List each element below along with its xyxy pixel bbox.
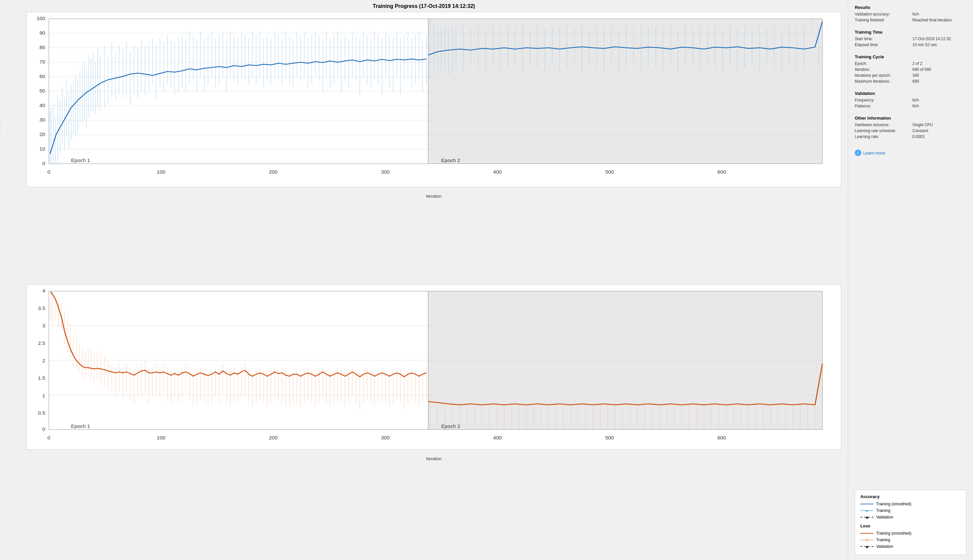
max-iterations-label: Maximum iterations: [855, 79, 912, 84]
iterations-per-epoch-row: Iterations per epoch: 345 [855, 73, 966, 78]
training-finished-label: Training finished: [855, 18, 912, 22]
svg-text:0: 0 [47, 435, 50, 440]
frequency-value: N/A [912, 98, 919, 102]
legend-accuracy-smoothed: Training (smoothed) [860, 502, 961, 506]
accuracy-training-label: Training [876, 508, 890, 513]
loss-training-label: Training [876, 538, 890, 542]
loss-validation-label: Validation [876, 544, 893, 549]
accuracy-chart-svg: 100 90 80 70 60 50 40 30 20 10 0 0 100 2… [27, 12, 841, 187]
iteration-value: 690 of 690 [912, 67, 931, 72]
frequency-label: Frequency: [855, 98, 912, 102]
accuracy-x-label: Iteration [27, 194, 841, 201]
epoch-label: Epoch: [855, 61, 912, 66]
svg-text:20: 20 [40, 132, 45, 137]
main-area: Training Progress (17-Oct-2019 14:12:32)… [0, 0, 848, 560]
svg-text:0: 0 [42, 161, 45, 166]
info-icon: i [855, 150, 861, 156]
elapsed-time-label: Elapsed time: [855, 42, 912, 47]
loss-training-line-icon [860, 540, 873, 540]
training-finished-row: Training finished: Reached final iterati… [855, 18, 966, 22]
validation-accuracy-row: Validation accuracy: N/A [855, 12, 966, 17]
loss-chart-container: 4 3.5 3 2.5 2 1.5 1 0.5 0 0 100 200 300 … [27, 284, 841, 450]
loss-x-label: Iteration [27, 456, 841, 463]
iteration-row: Iteration: 690 of 690 [855, 67, 966, 72]
learn-more-link[interactable]: Learn more [863, 150, 885, 155]
svg-text:0: 0 [47, 170, 50, 175]
accuracy-training-line-icon [860, 510, 873, 511]
svg-text:3: 3 [42, 323, 45, 328]
svg-text:90: 90 [40, 31, 45, 35]
other-info-section: Other Information Hardware resource: Sin… [855, 116, 966, 140]
svg-text:30: 30 [40, 118, 45, 123]
accuracy-chart-container: 100 90 80 70 60 50 40 30 20 10 0 0 100 2… [27, 12, 841, 187]
epoch-value: 2 of 2 [912, 61, 922, 66]
results-section: Results Validation accuracy: N/A Trainin… [855, 5, 966, 24]
svg-text:600: 600 [717, 170, 726, 175]
svg-text:300: 300 [381, 435, 390, 440]
start-time-label: Start time: [855, 37, 912, 41]
svg-text:Epoch 1: Epoch 1 [71, 424, 90, 429]
accuracy-smoothed-line-icon [860, 504, 873, 504]
svg-text:10: 10 [40, 147, 45, 152]
accuracy-validation-label: Validation [876, 515, 893, 520]
svg-text:200: 200 [269, 170, 277, 175]
validation-accuracy-label: Validation accuracy: [855, 12, 912, 17]
validation-section: Validation Frequency: N/A Patience: N/A [855, 91, 966, 110]
sidebar: Results Validation accuracy: N/A Trainin… [848, 0, 973, 560]
results-title: Results [855, 5, 966, 10]
patience-row: Patience: N/A [855, 104, 966, 108]
svg-text:100: 100 [37, 16, 45, 21]
svg-text:400: 400 [493, 435, 501, 440]
svg-text:50: 50 [40, 88, 45, 93]
loss-validation-line-icon [860, 546, 873, 547]
validation-title: Validation [855, 91, 966, 96]
lr-value: 0.0003 [912, 134, 925, 139]
elapsed-time-value: 10 min 52 sec [912, 42, 937, 47]
svg-text:1: 1 [42, 393, 45, 398]
iterations-per-epoch-label: Iterations per epoch: [855, 73, 912, 78]
lr-schedule-row: Learning rate schedule: Constant [855, 128, 966, 133]
svg-text:80: 80 [40, 45, 45, 50]
loss-smoothed-label: Training (smoothed) [876, 531, 911, 536]
svg-text:300: 300 [381, 170, 390, 175]
svg-text:2: 2 [42, 358, 45, 363]
accuracy-smoothed-label: Training (smoothed) [876, 502, 911, 506]
iteration-label: Iteration: [855, 67, 912, 72]
svg-text:600: 600 [717, 435, 726, 440]
svg-text:Epoch 2: Epoch 2 [441, 424, 460, 429]
iterations-per-epoch-value: 345 [912, 73, 919, 78]
hardware-row: Hardware resource: Single CPU [855, 123, 966, 127]
validation-accuracy-value: N/A [912, 12, 919, 17]
learn-more-section[interactable]: i Learn more [855, 150, 966, 156]
lr-label: Learning rate: [855, 134, 912, 139]
legend-box: Accuracy Training (smoothed) Training Va… [855, 490, 966, 555]
loss-legend-title: Loss [860, 523, 961, 528]
svg-text:40: 40 [40, 103, 45, 108]
legend-accuracy-validation: Validation [860, 515, 961, 520]
svg-text:100: 100 [157, 435, 165, 440]
loss-smoothed-line-icon [860, 533, 873, 533]
max-iterations-row: Maximum iterations: 690 [855, 79, 966, 84]
svg-text:2.5: 2.5 [38, 341, 45, 346]
accuracy-chart-outer: Accuracy (%) [3, 12, 845, 274]
legend-loss-validation: Validation [860, 544, 961, 549]
svg-text:3.5: 3.5 [38, 306, 45, 311]
svg-text:70: 70 [40, 60, 45, 65]
svg-text:4: 4 [42, 288, 45, 293]
accuracy-legend-title: Accuracy [860, 494, 961, 499]
elapsed-time-row: Elapsed time: 10 min 52 sec [855, 42, 966, 47]
legend-loss-training: Training [860, 538, 961, 542]
chart-title: Training Progress (17-Oct-2019 14:12:32) [3, 3, 845, 9]
svg-text:60: 60 [40, 74, 45, 79]
training-cycle-section: Training Cycle Epoch: 2 of 2 Iteration: … [855, 54, 966, 85]
svg-text:1.5: 1.5 [38, 376, 45, 381]
svg-text:0: 0 [42, 427, 45, 432]
lr-schedule-value: Constant [912, 128, 928, 133]
other-info-title: Other Information [855, 116, 966, 120]
lr-schedule-label: Learning rate schedule: [855, 128, 912, 133]
svg-text:200: 200 [269, 435, 277, 440]
svg-text:Epoch 1: Epoch 1 [71, 158, 90, 163]
svg-text:400: 400 [493, 170, 501, 175]
svg-text:0.5: 0.5 [38, 411, 45, 416]
loss-chart-outer: Loss 4 3.5 3 2.5 2 1.5 1 [3, 284, 845, 547]
